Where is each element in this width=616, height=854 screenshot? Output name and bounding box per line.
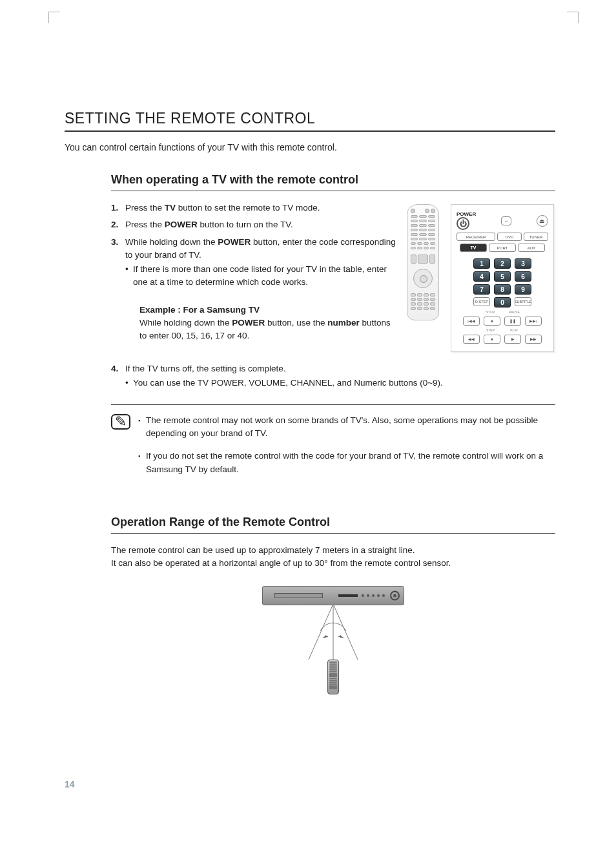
page-content: SETTING THE REMOTE CONTROL You can contr… bbox=[65, 110, 555, 694]
steps-column: Press the TV button to set the remote to… bbox=[111, 202, 399, 352]
step2-text-c: button to turn on the TV. bbox=[198, 220, 293, 229]
num-2: 2 bbox=[494, 258, 511, 269]
remote-graphics: POWER ⏻ – ⏏ RECEIVER DVD TUNER TV PORT bbox=[407, 202, 555, 352]
ff-icon: ▶▶ bbox=[525, 335, 542, 344]
stop-label: STOP bbox=[480, 310, 500, 314]
ex-b: POWER bbox=[232, 318, 265, 328]
dash-button: – bbox=[501, 216, 511, 225]
prev-icon: |◀◀ bbox=[463, 317, 480, 326]
num-3: 3 bbox=[515, 258, 531, 269]
subtitle-button: SUBTITLE bbox=[515, 297, 531, 306]
num-9: 9 bbox=[515, 284, 531, 295]
step-2: Press the POWER button to turn on the TV… bbox=[111, 218, 399, 231]
intro-text: You can control certain functions of you… bbox=[65, 142, 555, 152]
play-icon: ▶ bbox=[504, 335, 521, 344]
step3-text-a: While holding down the bbox=[125, 237, 218, 247]
note-2: If you do not set the remote control wit… bbox=[138, 450, 555, 477]
power-button-icon: ⏻ bbox=[457, 217, 469, 230]
op-body-1: The remote control can be used up to app… bbox=[111, 544, 555, 557]
note-icon: ✎ bbox=[111, 414, 130, 430]
eject-icon: ⏏ bbox=[537, 215, 548, 227]
page-number: 14 bbox=[65, 779, 75, 789]
remote-detail: POWER ⏻ – ⏏ RECEIVER DVD TUNER TV PORT bbox=[451, 204, 554, 352]
tuner-button: TUNER bbox=[524, 233, 548, 241]
step2-text-a: Press the bbox=[125, 220, 165, 229]
num-8: 8 bbox=[494, 284, 511, 295]
step4-bullet: You can use the TV POWER, VOLUME, CHANNE… bbox=[125, 377, 555, 390]
ir-sensor-icon bbox=[390, 590, 400, 600]
control-dots bbox=[362, 594, 385, 597]
sub2-title: Operation Range of the Remote Control bbox=[111, 516, 555, 534]
step2-bold: POWER bbox=[165, 220, 198, 229]
step1-text-a: Press the bbox=[125, 203, 165, 213]
num-7: 7 bbox=[473, 284, 490, 295]
example-title: Example : For a Samsung TV bbox=[139, 304, 399, 317]
step3-bold: POWER bbox=[218, 237, 251, 247]
range-diagram bbox=[249, 586, 417, 694]
stop2-icon: ■ bbox=[484, 335, 500, 344]
disc-tray bbox=[274, 593, 323, 598]
port-button: PORT bbox=[489, 244, 516, 252]
step1-bold: TV bbox=[165, 203, 176, 213]
mini-remote-icon bbox=[327, 660, 339, 694]
num-4: 4 bbox=[473, 271, 490, 282]
step-1: Press the TV button to set the remote to… bbox=[111, 202, 399, 214]
num-6: 6 bbox=[515, 271, 531, 282]
example-block: Example : For a Samsung TV While holding… bbox=[139, 304, 399, 343]
display-slot bbox=[338, 594, 358, 597]
step-4: If the TV turns off, the setting is comp… bbox=[111, 362, 555, 390]
num-5: 5 bbox=[494, 271, 511, 282]
dstep-button: D.STEP bbox=[473, 297, 490, 306]
pause-icon: ❚❚ bbox=[504, 317, 521, 326]
num-0: 0 bbox=[494, 297, 511, 307]
subsection-operation-range: Operation Range of the Remote Control Th… bbox=[111, 516, 555, 694]
step1-text-c: button to set the remote to TV mode. bbox=[176, 203, 320, 213]
aux-button: AUX bbox=[518, 244, 545, 252]
next-icon: ▶▶| bbox=[525, 317, 542, 326]
step-3: While holding down the POWER button, ent… bbox=[111, 236, 399, 343]
receiver-button: RECEIVER bbox=[457, 233, 495, 241]
step-label: STEP bbox=[480, 328, 500, 332]
ex-a: While holding down the bbox=[139, 318, 232, 328]
num-1: 1 bbox=[473, 258, 490, 269]
ex-c: button, use the bbox=[265, 318, 327, 328]
note-box: ✎ The remote control may not work on som… bbox=[111, 404, 555, 486]
svg-line-2 bbox=[333, 604, 358, 660]
ex-d: number bbox=[327, 318, 360, 328]
example-body: While holding down the POWER button, use… bbox=[139, 317, 399, 343]
crop-mark-tl bbox=[48, 12, 60, 23]
pause-label: PAUSE bbox=[504, 310, 524, 314]
op-body-2: It can also be operated at a horizontal … bbox=[111, 557, 555, 570]
crop-mark-tr bbox=[567, 12, 579, 23]
step3-bullet: If there is more than one code listed fo… bbox=[125, 263, 399, 289]
remote-small bbox=[407, 204, 439, 320]
rew-icon: ◀◀ bbox=[463, 335, 480, 344]
sub1-title: When operating a TV with the remote cont… bbox=[111, 173, 555, 191]
subsection-operating-tv: When operating a TV with the remote cont… bbox=[111, 173, 555, 694]
note-1: The remote control may not work on some … bbox=[138, 414, 555, 441]
section-title: SETTING THE REMOTE CONTROL bbox=[65, 110, 555, 132]
play-label: PLAY bbox=[504, 328, 524, 332]
dvd-button: DVD bbox=[497, 233, 522, 241]
svg-line-1 bbox=[309, 604, 333, 660]
player-unit bbox=[262, 586, 404, 605]
stop-icon: ■ bbox=[484, 317, 500, 326]
power-label: POWER bbox=[457, 211, 476, 217]
tv-button: TV bbox=[460, 244, 487, 252]
step4-text: If the TV turns off, the setting is comp… bbox=[125, 364, 286, 373]
ir-cone-icon bbox=[294, 604, 372, 662]
